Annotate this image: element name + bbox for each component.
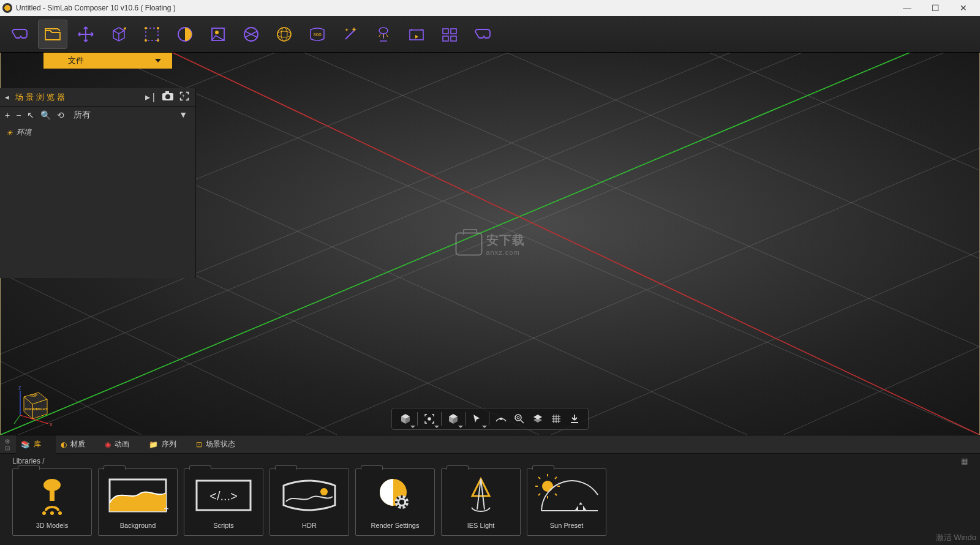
svg-point-86 (542, 481, 553, 492)
vr-goggles-outline-icon[interactable] (468, 20, 497, 49)
tab-scene-state[interactable]: ⊡场景状态 (191, 435, 250, 454)
uv-icon[interactable] (236, 20, 266, 49)
lib-card-render-settings[interactable]: Render Settings (355, 468, 435, 536)
app-icon (2, 3, 12, 13)
panel-drag-handle[interactable]: ⊗⊡ (5, 438, 16, 451)
material-icon[interactable] (170, 20, 200, 49)
lib-card-sun-preset[interactable]: Sun Preset (527, 468, 606, 536)
texture-icon[interactable] (203, 20, 233, 49)
svg-line-45 (14, 415, 20, 424)
card-caption: IES Light (442, 522, 520, 535)
tab-material[interactable]: ◐材质 (56, 435, 100, 454)
file-icon[interactable] (38, 20, 67, 49)
vp-surface-icon[interactable] (492, 410, 510, 427)
edit-icon[interactable]: ↖ (27, 110, 34, 120)
tab-sequence[interactable]: 📁序列 (144, 435, 191, 454)
vp-download-icon[interactable] (566, 410, 583, 427)
vp-cube-icon[interactable] (397, 410, 414, 427)
record-icon: ◉ (105, 440, 111, 449)
vp-grid-icon[interactable] (548, 410, 565, 427)
grid-layout-icon[interactable] (435, 20, 464, 49)
tab-animation[interactable]: ◉动画 (100, 435, 144, 454)
svg-point-56 (515, 415, 521, 421)
vp-cube2-icon[interactable] (445, 410, 462, 427)
maximize-button[interactable]: ☐ (921, 0, 949, 16)
close-button[interactable]: ✕ (949, 0, 978, 16)
vp-pointer-icon[interactable] (469, 410, 486, 427)
windows-activation-text: 激活 Windo (936, 533, 976, 543)
svg-rect-63 (165, 91, 169, 94)
svg-rect-17 (443, 36, 448, 41)
svg-point-4 (157, 39, 159, 42)
tab-library[interactable]: 📚库 (16, 435, 56, 454)
wand-icon[interactable] (336, 20, 365, 49)
tab-label: 序列 (162, 439, 176, 449)
material-icon: ◐ (61, 440, 67, 449)
caret-left-icon[interactable]: ◂ (5, 92, 12, 102)
svg-point-67 (42, 511, 46, 515)
svg-point-74 (320, 488, 328, 495)
search-icon[interactable]: 🔍 (40, 110, 51, 120)
refresh-icon[interactable]: ⟲ (57, 110, 64, 120)
lib-card-3dmodels[interactable]: 3D Models (12, 468, 92, 536)
svg-line-58 (521, 420, 524, 423)
grid-view-icon[interactable]: ▦ (961, 457, 968, 465)
breadcrumb-path[interactable]: Libraries / (12, 457, 45, 465)
camera-icon (456, 232, 483, 255)
tree-item-environment[interactable]: ☀ 环境 (6, 127, 189, 138)
timeline-icon[interactable] (402, 20, 431, 49)
filter-dropdown[interactable]: 所有 ▼ (70, 109, 190, 121)
tab-label: 动画 (115, 439, 129, 449)
file-tab-label: 文件 (68, 53, 84, 69)
svg-text:Z: Z (18, 386, 21, 390)
scene-browser-panel: ◂ 场景浏览器 ▸| + + − ↖ 🔍 ⟲ 所有 ▼ ☀ 环境 (0, 88, 196, 278)
collapse-panel-icon[interactable]: ▸| (145, 91, 157, 103)
lib-card-background[interactable]: + Background (98, 468, 178, 536)
remove-icon[interactable]: − (16, 110, 21, 120)
svg-line-94 (555, 477, 557, 479)
card-caption: Scripts (184, 522, 263, 535)
move-icon[interactable] (71, 20, 100, 49)
vp-zoom-icon[interactable] (511, 410, 528, 427)
svg-point-57 (517, 416, 519, 419)
svg-point-62 (165, 94, 170, 99)
svg-point-9 (277, 28, 291, 41)
selection-icon[interactable] (137, 20, 167, 49)
folder-icon: 📁 (149, 440, 158, 449)
vp-frame-icon[interactable] (421, 410, 438, 427)
svg-line-84 (397, 505, 399, 507)
add-icon[interactable]: + (5, 110, 10, 120)
svg-line-24 (306, 148, 979, 435)
library-icon: 📚 (21, 440, 30, 449)
svg-line-85 (405, 497, 407, 499)
bottom-panel: ⊗⊡ 📚库 ◐材质 ◉动画 📁序列 ⊡场景状态 Libraries / ▦ 3D… (0, 435, 980, 545)
file-tab[interactable]: 文件 (43, 53, 172, 69)
lib-card-ies-light[interactable]: IES Light (441, 468, 521, 536)
svg-point-1 (145, 27, 147, 29)
nav-cube[interactable]: TOP FRONT RIGHT X Z (12, 383, 55, 426)
svg-point-77 (399, 500, 404, 505)
vp-layers-icon[interactable] (529, 410, 546, 427)
camera-snapshot-icon[interactable] (161, 91, 175, 104)
card-caption: 3D Models (13, 522, 91, 535)
bottom-tabs: ⊗⊡ 📚库 ◐材质 ◉动画 📁序列 ⊡场景状态 (0, 435, 980, 454)
svg-point-65 (43, 479, 61, 491)
lib-card-scripts[interactable]: </...> Scripts (184, 468, 263, 536)
svg-point-51 (428, 418, 431, 420)
svg-line-93 (538, 494, 540, 495)
lib-card-hdr[interactable]: HDR (270, 468, 349, 536)
geometry-icon[interactable] (104, 20, 134, 49)
card-caption: Background (99, 522, 177, 535)
vr-goggles-icon[interactable] (5, 20, 34, 49)
fullscreen-target-icon[interactable]: + (178, 91, 190, 104)
minimize-button[interactable]: — (893, 0, 921, 16)
svg-point-69 (50, 511, 54, 515)
globe-icon[interactable] (270, 20, 299, 49)
svg-rect-95 (578, 505, 583, 511)
lamp-icon[interactable] (369, 20, 398, 49)
panorama-360-icon[interactable]: 360 (303, 20, 332, 49)
svg-line-36 (111, 53, 979, 435)
watermark-text: 安下载 (486, 232, 525, 249)
chevron-down-icon: ▼ (179, 110, 187, 121)
svg-text:360: 360 (313, 32, 322, 37)
